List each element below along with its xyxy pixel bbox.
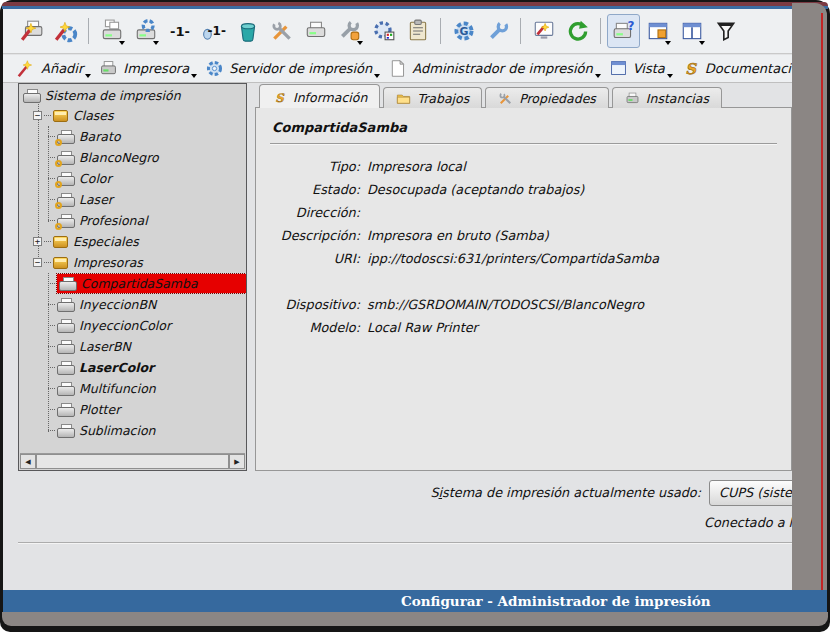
view-menu-button[interactable]: Vista [609, 59, 665, 78]
tab-label: Propiedades [519, 91, 596, 106]
collapse-expander-icon[interactable]: − [33, 258, 42, 267]
tab-label: Instancias [646, 91, 709, 106]
remove-printer-button[interactable] [231, 14, 264, 48]
tree-item-profesional[interactable]: Profesional [19, 210, 246, 231]
tree-item-inyeccioncolor[interactable]: InyeccionColor [19, 315, 246, 336]
field-label: Estado: [270, 178, 360, 201]
configure-manager-icon [372, 19, 396, 43]
tab-label: Información [293, 90, 367, 105]
field-label: Dirección: [270, 201, 360, 224]
tree-connector-stub [48, 220, 55, 221]
expand-expander-icon[interactable]: + [33, 237, 42, 246]
tree-connector-stub [44, 241, 51, 242]
info-panel: CompartidaSamba Tipo: Impresora local Es… [255, 107, 792, 471]
add-menu-button[interactable]: Añadir [17, 59, 83, 78]
tree-horizontal-scrollbar[interactable]: ◀ ▶ [20, 453, 245, 469]
add-printer-wizard-icon [20, 19, 44, 43]
refresh-button[interactable] [561, 14, 594, 48]
server-tools-button[interactable] [481, 14, 514, 48]
view-mode-button[interactable] [641, 14, 674, 48]
toolbar-separator [440, 18, 441, 44]
tree-item-plotter[interactable]: Plotter [19, 399, 246, 420]
tree-item-label: Barato [79, 129, 121, 144]
tree-item-sublimacion[interactable]: Sublimacion [19, 420, 246, 441]
tab-propiedades[interactable]: Propiedades [485, 87, 609, 108]
print-test-page-button[interactable] [95, 14, 128, 48]
tree-item-color[interactable]: Color [19, 168, 246, 189]
tab-instancias[interactable]: Instancias [612, 87, 722, 108]
documentation-menu-button[interactable]: S Documentación [681, 59, 792, 78]
configure-manager-button[interactable] [367, 14, 400, 48]
set-local-default-button[interactable]: -1- [163, 14, 196, 48]
tree-item-label: Clases [73, 108, 114, 123]
tab-trabajos[interactable]: Trabajos [383, 87, 482, 108]
tree-item-label: Sublimacion [79, 423, 156, 438]
tree-item-label: Color [79, 171, 112, 186]
tree-connector-stub [48, 178, 55, 179]
dropdown-arrow-icon [119, 41, 125, 45]
print-jobs-button[interactable] [401, 14, 434, 48]
documentation-menu-label: Documentación [705, 61, 792, 76]
column-view-button[interactable] [675, 14, 708, 48]
field-label: Modelo: [270, 316, 360, 339]
window-body: -1- -1- [3, 9, 792, 590]
set-local-default-icon: -1- [168, 19, 192, 43]
print-test-page-icon [100, 19, 124, 43]
folder-box-icon [53, 257, 68, 269]
dropdown-arrow-icon [357, 41, 363, 45]
printer-tools-button[interactable] [333, 14, 366, 48]
tree-item-multifuncion[interactable]: Multifuncion [19, 378, 246, 399]
tree-item-barato[interactable]: Barato [19, 126, 246, 147]
window-titlebar[interactable]: Configurar - Administrador de impresión [3, 590, 827, 612]
kdeprint-logo-icon: S [681, 59, 700, 78]
tree-item-label: Laser [79, 192, 113, 207]
printer-tools-icon [338, 19, 362, 43]
printer-info-toggle[interactable]: ? [607, 14, 640, 48]
tree-item-especiales[interactable]: + Especiales [19, 231, 246, 252]
manager-menu-button[interactable]: Administrador de impresión [388, 59, 592, 78]
tree-item-clases[interactable]: − Clases [19, 105, 246, 126]
collapse-expander-icon[interactable]: − [33, 111, 42, 120]
configure-server-button[interactable]: G [447, 14, 480, 48]
tree-item-compartidasamba[interactable]: CompartidaSamba [19, 273, 246, 294]
selected-row-highlight[interactable]: CompartidaSamba [57, 274, 246, 293]
tree-connector-stub [48, 283, 55, 284]
dropdown-arrow-icon [374, 74, 380, 78]
printer-icon [23, 89, 40, 103]
tree-item-lasercolor[interactable]: LaserColor [19, 357, 246, 378]
filter-button[interactable] [709, 14, 742, 48]
printer-button[interactable] [299, 14, 332, 48]
tree-connector-stub [48, 346, 55, 347]
info-row-estado: Estado: Desocupada (aceptando trabajos) [270, 178, 777, 201]
info-row-tipo: Tipo: Impresora local [270, 155, 777, 178]
tree-item-root[interactable]: Sistema de impresión [19, 84, 246, 105]
wizard-button[interactable] [527, 14, 560, 48]
tree-connector-stub [48, 430, 55, 431]
printer-properties-button[interactable] [265, 14, 298, 48]
field-value: smb://GSRDOMAIN/TODOSCSI/BlancoNegro [367, 293, 644, 316]
tree-item-impresoras[interactable]: − Impresoras [19, 252, 246, 273]
scroll-right-button[interactable]: ▶ [229, 454, 245, 469]
add-menu-label: Añadir [41, 61, 83, 76]
scroll-left-button[interactable]: ◀ [20, 454, 36, 469]
scrollbar-thumb[interactable] [36, 454, 229, 469]
printer-menu-button[interactable]: Impresora [99, 59, 189, 78]
set-user-default-button[interactable]: -1- [197, 14, 230, 48]
combobox-value: CUPS (sistema [719, 485, 792, 500]
server-menu-button[interactable]: Servidor de impresión [205, 59, 372, 78]
print-system-combobox[interactable]: CUPS (sistema [709, 480, 792, 506]
tree-connector-stub [48, 409, 55, 410]
add-printer-wizard-button[interactable] [15, 14, 48, 48]
tab-informacion[interactable]: S Información [259, 84, 380, 108]
tree-item-inyeccionbn[interactable]: InyeccionBN [19, 294, 246, 315]
add-special-printer-button[interactable] [49, 14, 82, 48]
toolbar-separator [600, 18, 601, 44]
tree-item-laser[interactable]: Laser [19, 189, 246, 210]
configure-printer-button[interactable] [129, 14, 162, 48]
gear-icon [205, 59, 224, 78]
tree-item-blanconegro[interactable]: BlancoNegro [19, 147, 246, 168]
tree-item-laserbn[interactable]: LaserBN [19, 336, 246, 357]
printer-detail-pane: S Información Trabajos [255, 83, 792, 471]
tree-item-label: LaserColor [79, 360, 154, 375]
tree-item-label: Plotter [79, 402, 120, 417]
